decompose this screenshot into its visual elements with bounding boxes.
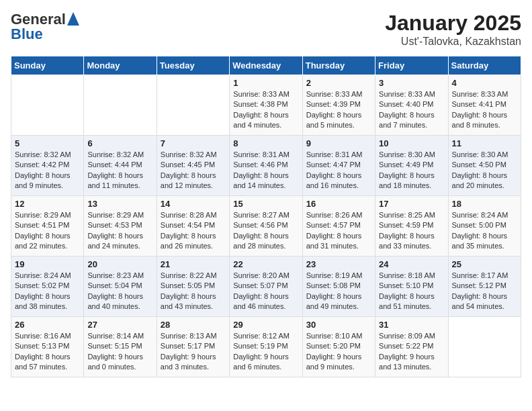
calendar-cell: 9Sunrise: 8:31 AMSunset: 4:47 PMDaylight… — [302, 136, 375, 196]
calendar-cell: 22Sunrise: 8:20 AMSunset: 5:07 PMDayligh… — [230, 257, 302, 317]
day-number: 13 — [87, 199, 152, 209]
calendar-cell: 5Sunrise: 8:32 AMSunset: 4:42 PMDaylight… — [11, 136, 84, 196]
calendar-cell: 21Sunrise: 8:22 AMSunset: 5:05 PMDayligh… — [157, 257, 229, 317]
page-header: General Blue January 2025 Ust'-Talovka, … — [11, 11, 521, 48]
svg-marker-0 — [67, 12, 79, 26]
day-info: Sunrise: 8:29 AMSunset: 4:53 PMDaylight:… — [87, 211, 144, 250]
day-info: Sunrise: 8:30 AMSunset: 4:50 PMDaylight:… — [452, 150, 508, 189]
day-number: 29 — [233, 320, 298, 330]
day-number: 23 — [306, 259, 371, 269]
day-info: Sunrise: 8:09 AMSunset: 5:22 PMDaylight:… — [379, 332, 435, 371]
day-info: Sunrise: 8:17 AMSunset: 5:12 PMDaylight:… — [452, 271, 508, 310]
logo: General Blue — [11, 11, 79, 43]
day-info: Sunrise: 8:24 AMSunset: 5:00 PMDaylight:… — [452, 211, 508, 250]
day-info: Sunrise: 8:27 AMSunset: 4:56 PMDaylight:… — [233, 211, 290, 250]
calendar-cell: 16Sunrise: 8:26 AMSunset: 4:57 PMDayligh… — [302, 196, 375, 257]
day-number: 10 — [379, 138, 444, 148]
day-number: 27 — [87, 320, 152, 330]
calendar-cell: 31Sunrise: 8:09 AMSunset: 5:22 PMDayligh… — [375, 317, 448, 377]
day-info: Sunrise: 8:16 AMSunset: 5:13 PMDaylight:… — [15, 332, 71, 371]
column-header-tuesday: Tuesday — [157, 56, 229, 75]
calendar-cell — [448, 317, 521, 377]
calendar-cell: 15Sunrise: 8:27 AMSunset: 4:56 PMDayligh… — [230, 196, 302, 257]
calendar-cell — [157, 75, 229, 136]
calendar-cell: 7Sunrise: 8:32 AMSunset: 4:45 PMDaylight… — [157, 136, 229, 196]
day-info: Sunrise: 8:22 AMSunset: 5:05 PMDaylight:… — [161, 271, 217, 310]
calendar-cell — [84, 75, 157, 136]
calendar-cell — [11, 75, 84, 136]
day-info: Sunrise: 8:14 AMSunset: 5:15 PMDaylight:… — [87, 332, 144, 371]
calendar-header-row: SundayMondayTuesdayWednesdayThursdayFrid… — [11, 56, 521, 75]
calendar-cell: 10Sunrise: 8:30 AMSunset: 4:49 PMDayligh… — [375, 136, 448, 196]
day-number: 3 — [379, 78, 444, 88]
day-info: Sunrise: 8:13 AMSunset: 5:17 PMDaylight:… — [161, 332, 217, 371]
day-info: Sunrise: 8:33 AMSunset: 4:41 PMDaylight:… — [452, 90, 508, 129]
day-info: Sunrise: 8:31 AMSunset: 4:47 PMDaylight:… — [306, 150, 363, 189]
calendar-cell: 17Sunrise: 8:25 AMSunset: 4:59 PMDayligh… — [375, 196, 448, 257]
day-info: Sunrise: 8:31 AMSunset: 4:46 PMDaylight:… — [233, 150, 290, 189]
day-info: Sunrise: 8:28 AMSunset: 4:54 PMDaylight:… — [161, 211, 217, 250]
week-row-3: 12Sunrise: 8:29 AMSunset: 4:51 PMDayligh… — [11, 196, 521, 257]
day-number: 22 — [233, 259, 298, 269]
column-header-monday: Monday — [84, 56, 157, 75]
day-number: 14 — [161, 199, 226, 209]
day-number: 17 — [379, 199, 444, 209]
day-info: Sunrise: 8:26 AMSunset: 4:57 PMDaylight:… — [306, 211, 363, 250]
calendar-cell: 2Sunrise: 8:33 AMSunset: 4:39 PMDaylight… — [302, 75, 375, 136]
column-header-wednesday: Wednesday — [230, 56, 302, 75]
day-number: 20 — [87, 259, 152, 269]
calendar-cell: 8Sunrise: 8:31 AMSunset: 4:46 PMDaylight… — [230, 136, 302, 196]
day-info: Sunrise: 8:23 AMSunset: 5:04 PMDaylight:… — [87, 271, 144, 310]
day-number: 12 — [15, 199, 80, 209]
day-info: Sunrise: 8:32 AMSunset: 4:42 PMDaylight:… — [15, 150, 71, 189]
day-number: 9 — [306, 138, 371, 148]
day-number: 30 — [306, 320, 371, 330]
day-info: Sunrise: 8:33 AMSunset: 4:39 PMDaylight:… — [306, 90, 363, 129]
logo-triangle-icon — [67, 12, 79, 26]
week-row-2: 5Sunrise: 8:32 AMSunset: 4:42 PMDaylight… — [11, 136, 521, 196]
calendar-subtitle: Ust'-Talovka, Kazakhstan — [385, 36, 521, 48]
week-row-5: 26Sunrise: 8:16 AMSunset: 5:13 PMDayligh… — [11, 317, 521, 377]
day-number: 21 — [161, 259, 226, 269]
calendar-cell: 3Sunrise: 8:33 AMSunset: 4:40 PMDaylight… — [375, 75, 448, 136]
day-number: 8 — [233, 138, 298, 148]
calendar-cell: 24Sunrise: 8:18 AMSunset: 5:10 PMDayligh… — [375, 257, 448, 317]
day-info: Sunrise: 8:29 AMSunset: 4:51 PMDaylight:… — [15, 211, 71, 250]
day-number: 19 — [15, 259, 80, 269]
calendar-cell: 26Sunrise: 8:16 AMSunset: 5:13 PMDayligh… — [11, 317, 84, 377]
calendar-cell: 30Sunrise: 8:10 AMSunset: 5:20 PMDayligh… — [302, 317, 375, 377]
calendar-cell: 12Sunrise: 8:29 AMSunset: 4:51 PMDayligh… — [11, 196, 84, 257]
day-number: 24 — [379, 259, 444, 269]
day-number: 18 — [452, 199, 517, 209]
calendar-cell: 29Sunrise: 8:12 AMSunset: 5:19 PMDayligh… — [230, 317, 302, 377]
calendar-cell: 6Sunrise: 8:32 AMSunset: 4:44 PMDaylight… — [84, 136, 157, 196]
day-number: 25 — [452, 259, 517, 269]
calendar-cell: 25Sunrise: 8:17 AMSunset: 5:12 PMDayligh… — [448, 257, 521, 317]
day-number: 5 — [15, 138, 80, 148]
day-info: Sunrise: 8:12 AMSunset: 5:19 PMDaylight:… — [233, 332, 290, 371]
day-info: Sunrise: 8:19 AMSunset: 5:08 PMDaylight:… — [306, 271, 363, 310]
day-info: Sunrise: 8:30 AMSunset: 4:49 PMDaylight:… — [379, 150, 435, 189]
title-block: January 2025 Ust'-Talovka, Kazakhstan — [385, 11, 521, 48]
calendar-cell: 20Sunrise: 8:23 AMSunset: 5:04 PMDayligh… — [84, 257, 157, 317]
column-header-friday: Friday — [375, 56, 448, 75]
calendar-cell: 27Sunrise: 8:14 AMSunset: 5:15 PMDayligh… — [84, 317, 157, 377]
day-number: 2 — [306, 78, 371, 88]
day-info: Sunrise: 8:10 AMSunset: 5:20 PMDaylight:… — [306, 332, 363, 371]
calendar-cell: 11Sunrise: 8:30 AMSunset: 4:50 PMDayligh… — [448, 136, 521, 196]
calendar-cell: 23Sunrise: 8:19 AMSunset: 5:08 PMDayligh… — [302, 257, 375, 317]
day-info: Sunrise: 8:25 AMSunset: 4:59 PMDaylight:… — [379, 211, 435, 250]
calendar-cell: 19Sunrise: 8:24 AMSunset: 5:02 PMDayligh… — [11, 257, 84, 317]
calendar-cell: 18Sunrise: 8:24 AMSunset: 5:00 PMDayligh… — [448, 196, 521, 257]
day-info: Sunrise: 8:24 AMSunset: 5:02 PMDaylight:… — [15, 271, 71, 310]
week-row-4: 19Sunrise: 8:24 AMSunset: 5:02 PMDayligh… — [11, 257, 521, 317]
day-number: 4 — [452, 78, 517, 88]
day-number: 1 — [233, 78, 298, 88]
day-info: Sunrise: 8:18 AMSunset: 5:10 PMDaylight:… — [379, 271, 435, 310]
day-number: 6 — [87, 138, 152, 148]
calendar-table: SundayMondayTuesdayWednesdayThursdayFrid… — [11, 56, 521, 377]
day-number: 26 — [15, 320, 80, 330]
week-row-1: 1Sunrise: 8:33 AMSunset: 4:38 PMDaylight… — [11, 75, 521, 136]
column-header-saturday: Saturday — [448, 56, 521, 75]
day-info: Sunrise: 8:33 AMSunset: 4:40 PMDaylight:… — [379, 90, 435, 129]
